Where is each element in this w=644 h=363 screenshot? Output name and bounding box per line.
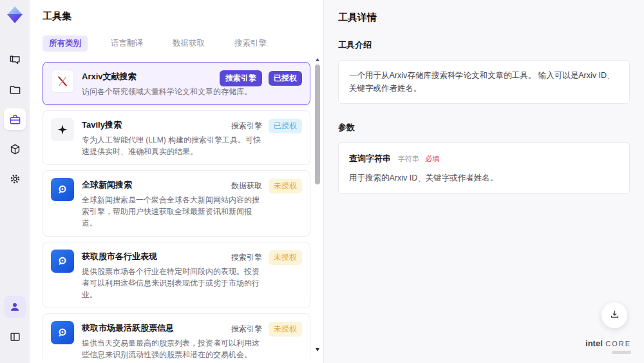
- arxiv-icon: [51, 70, 74, 93]
- tool-description: 提供当天交易量最高的股票列表，投资者可以利用这些信息来识别流动性强的股票和潜在的…: [82, 337, 261, 358]
- category-tab[interactable]: 语言翻译: [104, 35, 149, 52]
- intro-card: 一个用于从Arxiv存储库搜索科学论文和文章的工具。 输入可以是Arxiv ID…: [338, 60, 630, 104]
- sidebar: [0, 0, 30, 363]
- tool-description: 全球新闻搜索是一个聚合全球各大新闻网站内容的搜索引擎，帮助用户快速获取全球最新资…: [82, 194, 261, 229]
- tool-card[interactable]: 获取市场最活跃股票信息 提供当天交易量最高的股票列表，投资者可以利用这些信息来识…: [43, 313, 310, 358]
- tool-description: 提供股票市场各个行业在特定时间段内的表现。投资者可以利用这些信息来识别表现优于或…: [82, 266, 261, 300]
- param-name: 查询字符串: [349, 153, 391, 163]
- category-tab[interactable]: 所有类别: [43, 35, 88, 52]
- category-tabs: 所有类别语言翻译数据获取搜索引擎: [43, 35, 323, 52]
- sidebar-item-settings[interactable]: [4, 168, 26, 190]
- tool-category-tag: 数据获取: [231, 181, 262, 191]
- tool-description: 访问各个研究领域大量科学论文和文章的存储库。: [82, 86, 252, 97]
- page-title: 工具集: [43, 10, 323, 23]
- sidebar-item-tools[interactable]: [4, 108, 26, 130]
- tool-auth-badge: 未授权: [269, 250, 302, 265]
- tool-category-tag: 搜索引擎: [231, 324, 262, 335]
- intel-core-logo: intel CORE: [585, 337, 631, 354]
- param-card: 查询字符串 字符串 必填 用于搜索的Arxiv ID、关键字或作者姓名。: [338, 142, 630, 194]
- brand-intel-text: intel: [585, 338, 603, 348]
- download-button[interactable]: [601, 302, 627, 328]
- tool-auth-badge: 未授权: [269, 179, 302, 193]
- sidebar-item-chat[interactable]: [4, 49, 26, 71]
- cube-icon: [9, 143, 21, 155]
- app-window: 工具集 所有类别语言翻译数据获取搜索引擎 Arxiv文献搜索 访问各个研究领域大…: [0, 0, 644, 363]
- scroll-down-icon[interactable]: [316, 348, 319, 351]
- brand-core-text: CORE: [605, 340, 631, 348]
- category-tab[interactable]: 搜索引擎: [228, 35, 273, 52]
- tool-list-panel: 工具集 所有类别语言翻译数据获取搜索引擎 Arxiv文献搜索 访问各个研究领域大…: [30, 0, 324, 363]
- tool-category-tag: 搜索引擎: [231, 121, 262, 132]
- blue-search-icon: [51, 321, 74, 344]
- param-description: 用于搜索的Arxiv ID、关键字或作者姓名。: [349, 172, 619, 184]
- user-icon: [9, 301, 21, 313]
- tool-description: 专为人工智能代理 (LLM) 构建的搜索引擎工具。可快速提供实时、准确和真实的结…: [82, 134, 261, 157]
- params-heading: 参数: [338, 122, 630, 133]
- intro-text: 一个用于从Arxiv存储库搜索科学论文和文章的工具。 输入可以是Arxiv ID…: [349, 71, 615, 93]
- sidebar-item-panel-toggle[interactable]: [4, 326, 26, 348]
- tool-card[interactable]: Tavily搜索 专为人工智能代理 (LLM) 构建的搜索引擎工具。可快速提供实…: [43, 110, 310, 165]
- param-type: 字符串: [398, 155, 419, 162]
- tool-detail-panel: 工具详情 工具介绍 一个用于从Arxiv存储库搜索科学论文和文章的工具。 输入可…: [324, 0, 644, 363]
- tool-auth-badge: 已授权: [269, 119, 302, 133]
- sidebar-item-files[interactable]: [4, 79, 26, 101]
- tool-category-tag: 搜索引擎: [231, 252, 262, 263]
- gear-icon: [9, 173, 21, 185]
- param-head: 查询字符串 字符串 必填: [349, 152, 619, 166]
- panel-layout-icon: [9, 331, 21, 343]
- blue-search-icon: [51, 250, 74, 273]
- brand-bar: [612, 351, 631, 354]
- intro-heading: 工具介绍: [338, 39, 630, 51]
- list-scrollbar[interactable]: [315, 57, 320, 353]
- tool-card[interactable]: Arxiv文献搜索 访问各个研究领域大量科学论文和文章的存储库。 搜索引擎 已授…: [43, 62, 310, 105]
- detail-title: 工具详情: [338, 12, 630, 24]
- sidebar-item-packages[interactable]: [4, 138, 26, 160]
- tool-auth-badge: 已授权: [269, 71, 302, 86]
- briefcase-icon: [9, 113, 21, 126]
- chat-icon: [9, 54, 21, 66]
- blue-search-icon: [51, 178, 74, 201]
- sidebar-item-profile[interactable]: [4, 296, 26, 318]
- tool-category-tag: 搜索引擎: [220, 70, 262, 86]
- app-logo-icon: [5, 5, 24, 25]
- scroll-up-icon[interactable]: [316, 58, 319, 61]
- scrollbar-thumb[interactable]: [315, 64, 320, 184]
- folder-icon: [9, 84, 21, 96]
- tool-auth-badge: 未授权: [269, 322, 302, 337]
- tool-card[interactable]: 获取股市各行业表现 提供股票市场各个行业在特定时间段内的表现。投资者可以利用这些…: [43, 242, 310, 308]
- category-tab[interactable]: 数据获取: [166, 35, 211, 52]
- sparkle-icon: [51, 118, 74, 141]
- param-required-badge: 必填: [425, 155, 439, 162]
- tool-card[interactable]: 全球新闻搜索 全球新闻搜索是一个聚合全球各大新闻网站内容的搜索引擎，帮助用户快速…: [43, 170, 310, 237]
- download-icon: [609, 309, 620, 322]
- tool-list: Arxiv文献搜索 访问各个研究领域大量科学论文和文章的存储库。 搜索引擎 已授…: [43, 62, 310, 358]
